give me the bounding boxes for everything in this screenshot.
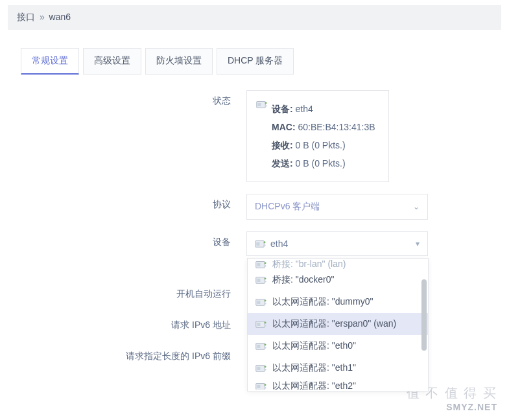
- tab-firewall[interactable]: 防火墙设置: [145, 48, 213, 75]
- device-option-eth0[interactable]: 以太网适配器: "eth0": [248, 335, 428, 357]
- protocol-select[interactable]: DHCPv6 客户端 ⌄: [246, 194, 428, 220]
- breadcrumb-separator: »: [40, 12, 45, 22]
- network-card-icon: [255, 364, 267, 373]
- label-status: 状态: [0, 90, 246, 107]
- label-device: 设备: [0, 231, 246, 248]
- label-autostart: 开机自动运行: [0, 283, 246, 300]
- chevron-down-icon: ⌄: [413, 202, 420, 211]
- status-device-value: eth4: [296, 104, 313, 114]
- tab-advanced[interactable]: 高级设置: [83, 48, 141, 75]
- status-box: 设备: eth4 MAC: 60:BE:B4:13:41:3B 接收: 0 B …: [246, 90, 389, 182]
- status-mac-value: 60:BE:B4:13:41:3B: [298, 122, 375, 132]
- network-card-icon: [255, 260, 267, 269]
- network-card-icon: [255, 239, 266, 248]
- tabs: 常规设置 高级设置 防火墙设置 DHCP 服务器: [21, 48, 509, 75]
- status-rx-value: 0 B (0 Pkts.): [296, 140, 346, 150]
- breadcrumb-root[interactable]: 接口: [17, 12, 35, 22]
- network-card-icon: [255, 342, 267, 351]
- watermark-en: SMYZ.NET: [407, 402, 497, 412]
- device-option-cut[interactable]: 桥接: "br-lan" (lan): [248, 260, 428, 269]
- label-req-prefix: 请求指定长度的 IPv6 前缀: [0, 345, 246, 362]
- network-card-icon: [255, 320, 267, 329]
- caret-down-icon: ▾: [416, 239, 420, 248]
- network-card-icon: [256, 100, 268, 109]
- tab-dhcp[interactable]: DHCP 服务器: [217, 48, 294, 75]
- device-select[interactable]: eth4 ▾ 桥接: "br-lan" (lan) 桥接: "docker0": [246, 231, 428, 256]
- label-protocol: 协议: [0, 194, 246, 211]
- device-option-eth1[interactable]: 以太网适配器: "eth1": [248, 357, 428, 379]
- status-rx-key: 接收:: [272, 140, 293, 150]
- protocol-value: DHCPv6 客户端: [255, 201, 320, 213]
- network-card-icon: [255, 275, 267, 285]
- device-option-cut[interactable]: 以太网适配器: "eth2": [248, 379, 428, 390]
- tab-general[interactable]: 常规设置: [21, 48, 79, 75]
- breadcrumb: 接口 » wan6: [8, 5, 501, 30]
- device-value: eth4: [270, 239, 288, 249]
- network-card-icon: [255, 298, 267, 307]
- network-card-icon: [255, 382, 267, 390]
- device-option-dummy0[interactable]: 以太网适配器: "dummy0": [248, 291, 428, 313]
- mouse-cursor-icon: [411, 316, 421, 329]
- status-mac-key: MAC:: [272, 122, 296, 132]
- breadcrumb-current: wan6: [49, 12, 71, 22]
- status-tx-value: 0 B (0 Pkts.): [296, 158, 346, 169]
- label-req-ipv6: 请求 IPv6 地址: [0, 314, 246, 331]
- status-tx-key: 发送:: [272, 158, 293, 169]
- form: 状态 设备: eth4 MAC: 60:BE:B4:13:41:3B 接收: 0…: [0, 90, 509, 362]
- device-option-erspan0[interactable]: 以太网适配器: "erspan0" (wan): [248, 313, 428, 335]
- device-dropdown: 桥接: "br-lan" (lan) 桥接: "docker0" 以太网适配器:…: [247, 258, 429, 391]
- status-device-key: 设备:: [272, 104, 293, 114]
- device-option-docker0[interactable]: 桥接: "docker0": [248, 269, 428, 291]
